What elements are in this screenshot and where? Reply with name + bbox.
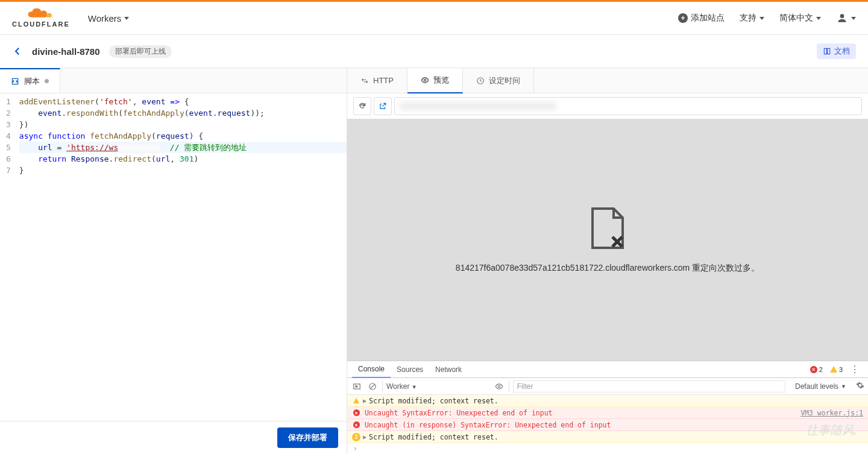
script-icon <box>11 77 19 86</box>
error-icon <box>352 421 360 428</box>
clear-console-icon[interactable] <box>366 380 379 393</box>
devtools-toolbar: Worker ▼ Filter Default levels ▼ <box>347 378 868 395</box>
preview-panel: HTTP 预览 设定时间 814217f <box>347 68 868 454</box>
caret-down-icon <box>851 17 856 20</box>
deploy-status-pill: 部署后即可上线 <box>109 45 172 58</box>
console-prompt[interactable]: › <box>347 443 868 454</box>
console-warning-line[interactable]: ▶ Script modified; context reset. <box>347 395 868 407</box>
caret-down-icon <box>760 17 764 20</box>
external-link-icon <box>379 102 387 110</box>
svg-point-2 <box>424 79 426 81</box>
console-output: ▶ Script modified; context reset. Uncaug… <box>347 395 868 454</box>
execution-context-icon[interactable] <box>351 380 363 393</box>
code-content[interactable]: addEventListener('fetch', event => { eve… <box>16 93 347 421</box>
language-dropdown[interactable]: 简体中文 <box>779 13 821 24</box>
dt-tab-console[interactable]: Console <box>352 361 391 378</box>
save-deploy-button[interactable]: 保存并部署 <box>277 427 338 448</box>
tab-http[interactable]: HTTP <box>347 68 407 93</box>
console-error-line[interactable]: Uncaught (in response) SyntaxError: Unex… <box>347 419 868 431</box>
devtools-settings-icon[interactable] <box>856 381 864 391</box>
top-header: CLOUDFLARE Workers + 添加站点 支持 简体中文 <box>0 2 868 35</box>
script-tab[interactable]: 脚本 <box>0 68 60 93</box>
source-link[interactable]: VM3 worker.js:1 <box>800 409 863 417</box>
preview-body: 814217f6a0078e33d57a121cb5181722.cloudfl… <box>347 119 868 361</box>
reload-icon <box>358 102 366 110</box>
error-icon <box>352 409 360 416</box>
caret-down-icon <box>124 17 129 20</box>
docs-button[interactable]: 文档 <box>817 43 856 59</box>
devtools-menu-icon[interactable]: ⋮ <box>850 364 860 375</box>
book-icon <box>823 47 831 55</box>
add-site-button[interactable]: + 添加站点 <box>678 13 725 24</box>
user-icon <box>836 12 848 24</box>
code-editor[interactable]: 1234567 addEventListener('fetch', event … <box>0 93 347 421</box>
warning-icon <box>352 398 360 403</box>
cloudflare-logo[interactable]: CLOUDFLARE <box>12 8 70 28</box>
workers-dropdown[interactable]: Workers <box>88 13 130 24</box>
url-input[interactable] <box>394 97 862 115</box>
console-error-line[interactable]: Uncaught SyntaxError: Unexpected end of … <box>347 407 868 419</box>
modified-dot-icon <box>45 79 49 83</box>
open-external-button[interactable] <box>374 97 392 115</box>
reload-button[interactable] <box>353 97 371 115</box>
tab-preview[interactable]: 预览 <box>407 68 463 93</box>
devtools: Console Sources Network ×2 3 ⋮ Worker ▼ … <box>347 361 868 454</box>
editor-tabs: 脚本 <box>0 68 347 93</box>
context-selector[interactable]: Worker ▼ <box>386 382 489 391</box>
caret-down-icon <box>816 17 821 20</box>
back-button[interactable] <box>12 46 23 57</box>
url-bar <box>347 93 868 119</box>
log-levels-selector[interactable]: Default levels ▼ <box>789 382 852 391</box>
tab-schedule[interactable]: 设定时间 <box>463 68 534 93</box>
devtools-tabs: Console Sources Network ×2 3 ⋮ <box>347 361 868 378</box>
dt-tab-sources[interactable]: Sources <box>391 361 429 378</box>
eye-icon <box>421 76 429 84</box>
clock-icon <box>476 77 485 85</box>
file-error-icon <box>590 206 626 251</box>
main-area: 脚本 1234567 addEventListener('fetch', eve… <box>0 68 868 454</box>
deploy-bar: 保存并部署 <box>0 421 347 454</box>
svg-point-6 <box>498 385 500 388</box>
account-dropdown[interactable] <box>836 12 856 24</box>
plus-circle-icon: + <box>678 13 688 23</box>
support-dropdown[interactable]: 支持 <box>740 13 764 24</box>
console-warning-line[interactable]: 2 ▶ Script modified; context reset. <box>347 431 868 443</box>
sub-header: divine-hall-8780 部署后即可上线 文档 <box>0 35 868 68</box>
http-icon <box>360 77 369 85</box>
svg-point-0 <box>840 14 844 18</box>
live-expression-icon[interactable] <box>493 380 505 393</box>
dt-tab-network[interactable]: Network <box>429 361 468 378</box>
filter-input[interactable]: Filter <box>513 380 785 393</box>
repeat-count-badge: 2 <box>352 433 360 441</box>
error-count-badge[interactable]: ×2 <box>810 366 823 373</box>
preview-tabs: HTTP 预览 设定时间 <box>347 68 868 93</box>
worker-name: divine-hall-8780 <box>32 46 100 57</box>
cloud-icon <box>24 8 57 20</box>
warning-count-badge[interactable]: 3 <box>830 366 843 373</box>
editor-panel: 脚本 1234567 addEventListener('fetch', eve… <box>0 68 347 454</box>
logo-text: CLOUDFLARE <box>12 20 70 28</box>
line-gutter: 1234567 <box>0 93 16 421</box>
redirect-error-text: 814217f6a0078e33d57a121cb5181722.cloudfl… <box>456 263 760 274</box>
